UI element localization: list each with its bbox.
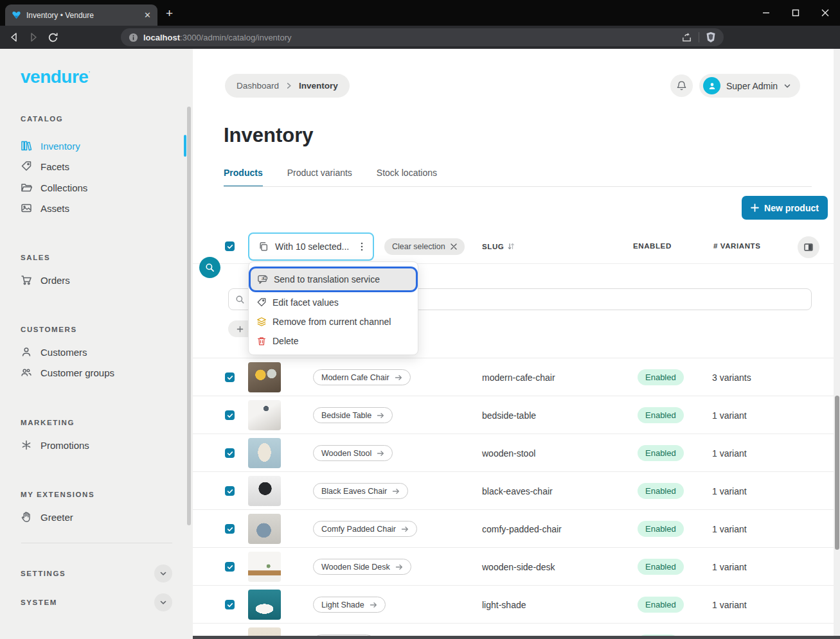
product-name-link[interactable]: Light Shade [313, 597, 386, 613]
notifications-button[interactable] [670, 74, 693, 97]
product-thumbnail [248, 514, 281, 544]
product-thumbnail [248, 476, 281, 506]
product-slug: black-eaves-chair [482, 486, 553, 496]
row-checkbox[interactable] [225, 372, 235, 382]
table-row[interactable]: Comfy Padded Chair comfy-padded-chair En… [193, 509, 834, 547]
sidebar-item-greeter[interactable]: Greeter [21, 509, 73, 525]
tag-icon [21, 161, 32, 172]
nav-group-sales: SALES [21, 254, 50, 261]
forward-icon[interactable] [28, 32, 39, 42]
search-icon [235, 295, 245, 304]
row-checkbox[interactable] [225, 562, 235, 572]
kebab-icon[interactable] [357, 241, 366, 252]
site-info-icon[interactable] [129, 33, 138, 42]
browser-tab[interactable]: Inventory • Vendure ✕ [5, 4, 157, 26]
row-checkbox[interactable] [225, 410, 235, 420]
sidebar-item-collections[interactable]: Collections [21, 179, 87, 196]
clear-selection-button[interactable]: Clear selection [384, 238, 465, 255]
menu-item-delete[interactable]: Delete [256, 331, 410, 351]
window-scrollbar-track[interactable] [834, 49, 840, 639]
sidebar-scrollbar[interactable] [187, 107, 191, 525]
bulk-actions-menu: aあ Send to translation service Edit face… [248, 261, 418, 355]
window-close-button[interactable] [810, 0, 840, 26]
window-maximize-button[interactable] [781, 0, 810, 26]
table-row[interactable]: Black Eaves Chair black-eaves-chair Enab… [193, 471, 834, 509]
arrow-right-icon [392, 487, 400, 495]
tab-close-icon[interactable]: ✕ [144, 10, 151, 20]
table-row[interactable]: Bedside Table bedside-table Enabled 1 va… [193, 396, 834, 433]
sidebar-group-settings[interactable]: SETTINGS [21, 565, 172, 582]
arrow-right-icon [370, 601, 377, 609]
sidebar-item-customer-groups[interactable]: Customer groups [21, 364, 114, 381]
product-name-link[interactable]: Modern Cafe Chair [313, 369, 411, 385]
table-row[interactable]: Wooden Side Desk wooden-side-desk Enable… [193, 547, 834, 585]
product-name-link[interactable]: Comfy Padded Chair [313, 521, 417, 537]
window-scrollbar-thumb[interactable] [835, 396, 839, 550]
search-toggle-button[interactable] [199, 257, 220, 278]
sort-icon[interactable] [507, 242, 515, 250]
column-settings-button[interactable] [798, 236, 819, 258]
row-checkbox[interactable] [225, 524, 235, 534]
select-all-checkbox[interactable] [225, 241, 235, 251]
search-icon [205, 263, 215, 272]
sidebar-item-label: Customer groups [40, 367, 114, 378]
breadcrumb-dashboard[interactable]: Dashboard [237, 81, 279, 91]
sidebar-item-orders[interactable]: Orders [21, 272, 70, 288]
column-header-variants[interactable]: # VARIANTS [713, 242, 761, 250]
new-tab-button[interactable]: + [166, 8, 173, 19]
sidebar-item-assets[interactable]: Assets [21, 200, 69, 216]
product-name-link[interactable]: Wooden Side Desk [313, 559, 411, 575]
product-thumbnail [248, 438, 281, 468]
reload-icon[interactable] [48, 32, 58, 43]
sidebar-item-inventory[interactable]: Inventory [21, 137, 80, 154]
sidebar-item-label: Facets [40, 161, 69, 172]
share-icon[interactable] [681, 32, 692, 43]
user-menu[interactable]: Super Admin [699, 74, 800, 98]
table-row[interactable]: Wooden Stool wooden-stool Enabled 1 vari… [193, 433, 834, 471]
row-checkbox[interactable] [225, 448, 235, 458]
nav-group-marketing: MARKETING [21, 419, 75, 426]
tab-product-variants[interactable]: Product variants [287, 168, 352, 187]
tab-stock-locations[interactable]: Stock locations [377, 168, 437, 187]
sidebar-item-label: Greeter [40, 512, 73, 523]
nav-group-my-extensions: MY EXTENSIONS [21, 491, 94, 498]
sidebar-item-label: Inventory [40, 141, 80, 152]
horizontal-scrollbar[interactable] [193, 636, 840, 639]
table-row[interactable]: Light Shade light-shade Enabled 1 varian… [193, 585, 834, 623]
status-badge: Enabled [638, 445, 684, 461]
column-header-slug[interactable]: SLUG [482, 242, 515, 250]
table-row[interactable]: Modern Cafe Chair modern-cafe-chair Enab… [193, 358, 834, 396]
bulk-actions-button[interactable]: With 10 selected... [248, 232, 374, 261]
breadcrumb-inventory[interactable]: Inventory [299, 81, 338, 91]
column-header-enabled[interactable]: ENABLED [633, 242, 672, 250]
status-badge: Enabled [638, 521, 684, 537]
menu-item-edit-facet-values[interactable]: Edit facet values [256, 293, 410, 312]
tab-products[interactable]: Products [224, 168, 263, 187]
row-checkbox[interactable] [225, 486, 235, 496]
product-name-link[interactable]: Black Eaves Chair [313, 483, 408, 499]
variant-count: 1 variant [712, 562, 747, 572]
image-icon [21, 202, 32, 214]
sidebar-item-customers[interactable]: Customers [21, 344, 87, 360]
row-checkbox[interactable] [225, 600, 235, 609]
nav-group-catalog: CATALOG [21, 115, 63, 123]
menu-item-remove-from-channel[interactable]: Remove from current channel [256, 312, 410, 331]
chevron-down-icon[interactable] [154, 565, 172, 582]
menu-item-send-to-translation-service[interactable]: aあ Send to translation service [251, 268, 416, 290]
breadcrumb[interactable]: Dashboard Inventory [225, 74, 350, 98]
product-name-link[interactable]: Wooden Stool [313, 445, 393, 461]
plus-icon [751, 204, 759, 212]
columns-icon [803, 242, 814, 252]
back-icon[interactable] [9, 32, 19, 42]
url-field[interactable]: localhost:3000/admin/catalog/inventory [121, 28, 724, 46]
sidebar-item-facets[interactable]: Facets [21, 158, 69, 175]
chevron-down-icon[interactable] [154, 593, 172, 611]
brave-shield-icon[interactable] [706, 31, 716, 43]
variant-count: 1 variant [712, 524, 747, 534]
window-minimize-button[interactable] [751, 0, 781, 26]
chevron-down-icon [783, 82, 791, 90]
sidebar-item-promotions[interactable]: Promotions [21, 437, 89, 453]
new-product-button[interactable]: New product [742, 196, 828, 220]
product-name-link[interactable]: Bedside Table [313, 407, 393, 423]
sidebar-group-system[interactable]: SYSTEM [21, 593, 172, 611]
